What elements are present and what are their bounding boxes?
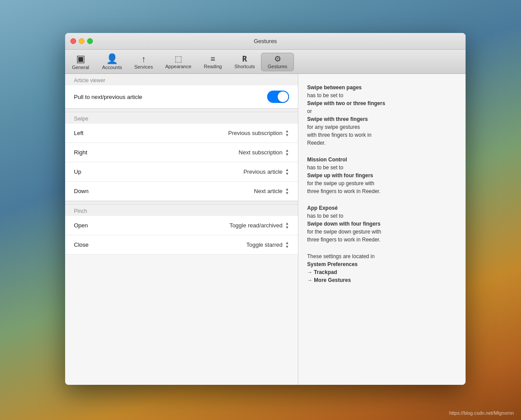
swipe-left-stepper[interactable]: ▲▼ bbox=[285, 129, 289, 137]
setting-row-left: Left Previous subscription ▲▼ bbox=[65, 124, 298, 143]
pinch-close-value[interactable]: Toggle starred ▲▼ bbox=[246, 241, 289, 249]
close-button[interactable] bbox=[70, 38, 76, 44]
pinch-close-stepper[interactable]: ▲▼ bbox=[285, 241, 289, 249]
help-system-prefs: These settings are located in System Pre… bbox=[307, 252, 457, 284]
gestures-label: Gestures bbox=[268, 64, 287, 69]
appearance-icon: ⬚ bbox=[175, 55, 182, 63]
shortcuts-label: Shortcuts bbox=[235, 64, 255, 69]
pinch-open-stepper[interactable]: ▲▼ bbox=[285, 222, 289, 230]
help-system-prefs-text: These settings are located in System Pre… bbox=[307, 252, 457, 284]
setting-row-down: Down Next article ▲▼ bbox=[65, 182, 298, 201]
pull-to-next-label: Pull to next/previous article bbox=[74, 94, 142, 100]
gestures-icon: ⚙ bbox=[274, 55, 281, 63]
tab-general[interactable]: ▣ General bbox=[65, 52, 96, 72]
section-header-article-viewer: Article viewer bbox=[65, 74, 298, 85]
right-panel: Swipe between pages has to be set to Swi… bbox=[298, 74, 466, 385]
swipe-up-label: Up bbox=[74, 168, 81, 175]
swipe-down-stepper[interactable]: ▲▼ bbox=[285, 187, 289, 195]
traffic-lights bbox=[70, 38, 93, 44]
separator-2 bbox=[65, 201, 298, 205]
tab-services[interactable]: ↑ Services bbox=[128, 53, 159, 71]
tab-accounts[interactable]: 👤 Accounts bbox=[96, 52, 128, 72]
reading-label: Reading bbox=[204, 64, 222, 69]
general-icon: ▣ bbox=[76, 54, 85, 64]
appearance-label: Appearance bbox=[165, 64, 191, 69]
help-mission-control-text: Mission Control has to be set to Swipe u… bbox=[307, 156, 457, 195]
main-content: Article viewer Pull to next/previous art… bbox=[65, 74, 466, 385]
services-label: Services bbox=[134, 64, 153, 69]
setting-row-up: Up Previous article ▲▼ bbox=[65, 162, 298, 182]
section-header-pinch: Pinch bbox=[65, 205, 298, 216]
swipe-down-label: Down bbox=[74, 188, 88, 194]
url-bar: https://blog.csdn.net/Mlgnornn bbox=[449, 410, 514, 416]
setting-row-open: Open Toggle read/archived ▲▼ bbox=[65, 216, 298, 235]
accounts-icon: 👤 bbox=[106, 54, 118, 64]
swipe-up-stepper[interactable]: ▲▼ bbox=[285, 168, 289, 176]
tab-appearance[interactable]: ⬚ Appearance bbox=[159, 53, 197, 71]
section-header-swipe: Swipe bbox=[65, 112, 298, 124]
setting-row-pull-to-next: Pull to next/previous article bbox=[65, 85, 298, 109]
help-app-expose: App Exposé has to be set to Swipe down w… bbox=[307, 204, 457, 244]
separator-1 bbox=[65, 109, 298, 112]
help-app-expose-text: App Exposé has to be set to Swipe down w… bbox=[307, 204, 457, 244]
services-icon: ↑ bbox=[141, 55, 146, 63]
swipe-right-stepper[interactable]: ▲▼ bbox=[285, 149, 289, 157]
accounts-label: Accounts bbox=[102, 65, 122, 70]
help-swipe-pages-text: Swipe between pages has to be set to Swi… bbox=[307, 84, 457, 147]
setting-row-right: Right Next subscription ▲▼ bbox=[65, 143, 298, 162]
toggle-knob bbox=[278, 91, 288, 102]
swipe-left-value[interactable]: Previous subscription ▲▼ bbox=[228, 129, 289, 137]
general-label: General bbox=[72, 65, 89, 70]
swipe-up-value[interactable]: Previous article ▲▼ bbox=[243, 168, 289, 176]
swipe-right-label: Right bbox=[74, 149, 87, 156]
minimize-button[interactable] bbox=[79, 38, 84, 44]
help-mission-control: Mission Control has to be set to Swipe u… bbox=[307, 156, 457, 195]
left-panel: Article viewer Pull to next/previous art… bbox=[65, 74, 298, 385]
swipe-down-value[interactable]: Next article ▲▼ bbox=[254, 187, 289, 195]
swipe-right-value[interactable]: Next subscription ▲▼ bbox=[238, 149, 289, 157]
tab-gestures[interactable]: ⚙ Gestures bbox=[261, 53, 294, 71]
reading-icon: ≡ bbox=[211, 55, 216, 63]
pinch-open-value[interactable]: Toggle read/archived ▲▼ bbox=[229, 222, 289, 230]
tab-reading[interactable]: ≡ Reading bbox=[198, 53, 228, 71]
pinch-open-label: Open bbox=[74, 222, 88, 229]
tab-shortcuts[interactable]: R Shortcuts bbox=[228, 53, 261, 71]
shortcuts-icon: R bbox=[242, 55, 247, 63]
help-swipe-pages: Swipe between pages has to be set to Swi… bbox=[307, 84, 457, 147]
preferences-window: Gestures ▣ General 👤 Accounts ↑ Services… bbox=[65, 33, 466, 385]
setting-row-close: Close Toggle starred ▲▼ bbox=[65, 235, 298, 255]
titlebar: Gestures bbox=[65, 33, 466, 50]
pull-to-next-toggle[interactable] bbox=[267, 91, 289, 103]
swipe-left-label: Left bbox=[74, 130, 84, 136]
toolbar: ▣ General 👤 Accounts ↑ Services ⬚ Appear… bbox=[65, 50, 466, 74]
window-title: Gestures bbox=[254, 38, 277, 44]
pinch-close-label: Close bbox=[74, 241, 88, 248]
maximize-button[interactable] bbox=[87, 38, 93, 44]
